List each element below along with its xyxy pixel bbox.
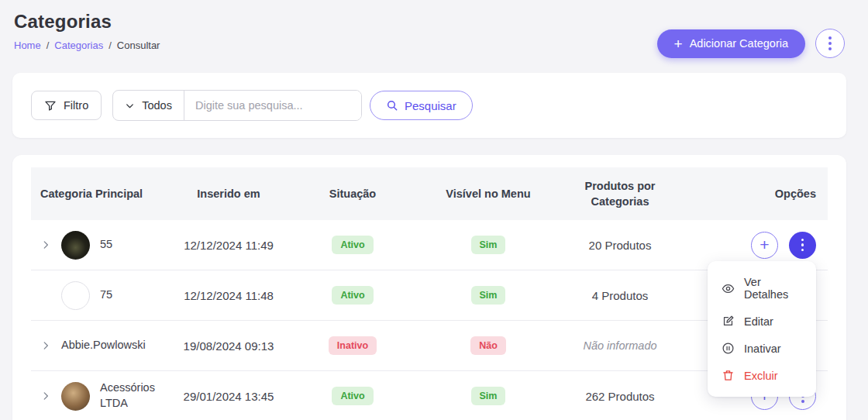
inserted-at: 12/12/2024 11:49 [170,239,287,252]
column-header-visivel-no-menu: Visível no Menu [418,188,558,200]
column-header-produtos-por-categorias: Produtos por Categorias [558,178,682,210]
page-title: Categorias [14,11,160,33]
visible-in-menu-badge: Não [470,336,506,355]
plus-icon: + [674,36,683,51]
products-count: 20 Produtos [558,237,682,253]
breadcrumb-separator: / [46,40,50,51]
column-header-categoria-principal: Categoria Principal [31,188,170,200]
eye-icon [722,282,735,295]
breadcrumb-categorias-link[interactable]: Categorias [54,40,103,51]
breadcrumb-home-link[interactable]: Home [14,40,41,51]
search-scope-dropdown[interactable]: Todos [113,91,184,120]
menu-item-inativar[interactable]: Inativar [708,335,816,362]
visible-in-menu-badge: Sim [471,286,506,305]
products-count: 262 Produtos [558,388,682,405]
page-header: Categorias Home / Categorias / Consultar… [0,0,868,73]
menu-item-label: Ver Detalhes [744,276,802,301]
row-options-menu: Ver Detalhes Editar Inativar Excluir [708,261,816,397]
search-icon [386,99,398,112]
products-count: Não informado [558,338,682,353]
filter-button[interactable]: Filtro [31,91,102,120]
breadcrumb: Home / Categorias / Consultar [14,40,160,51]
trash-icon [722,369,735,382]
search-button-label: Pesquisar [405,99,456,112]
category-avatar [61,382,90,411]
search-scope-label: Todos [142,99,172,112]
filter-bar: Filtro Todos Pesquisar [12,73,846,138]
edit-icon [722,315,735,328]
expand-chevron-icon[interactable] [40,239,51,250]
breadcrumb-current: Consultar [117,40,160,51]
column-header-inserido-em: Inserido em [170,188,287,200]
menu-item-label: Inativar [744,343,781,355]
menu-item-ver-detalhes[interactable]: Ver Detalhes [708,269,816,308]
category-avatar [61,281,90,310]
category-name: 55 [100,237,112,253]
header-actions: + Adicionar Categoria [657,14,845,73]
menu-item-label: Excluir [744,370,778,382]
visible-in-menu-badge: Sim [471,236,506,254]
column-header-situacao: Situação [287,188,418,200]
search-button[interactable]: Pesquisar [370,91,473,120]
add-subcategory-button[interactable]: + [751,232,778,259]
expand-chevron-icon[interactable] [40,391,51,401]
pause-circle-icon [722,342,735,355]
breadcrumb-separator: / [108,40,112,51]
visible-in-menu-badge: Sim [471,387,506,405]
search-input-group: Todos [112,90,362,121]
row-options-button[interactable] [789,232,816,259]
more-vertical-icon [801,239,804,252]
menu-item-label: Editar [744,315,773,328]
column-header-opcoes: Opções [682,188,828,200]
category-name: 75 [100,287,112,303]
chevron-down-icon [125,101,135,111]
menu-item-excluir[interactable]: Excluir [708,362,816,389]
table-row: 55 12/12/2024 11:49 Ativo Sim 20 Produto… [31,220,828,270]
status-badge: Inativo [329,336,377,355]
table-header-row: Categoria Principal Inserido em Situação… [31,167,828,220]
search-input[interactable] [184,91,361,120]
status-badge: Ativo [332,236,373,254]
products-count: 4 Produtos [558,287,682,304]
more-vertical-icon [828,36,832,50]
category-name: Abbie.Powlowski [61,338,146,353]
add-category-label: Adicionar Categoria [690,37,788,50]
status-badge: Ativo [332,387,373,405]
menu-item-editar[interactable]: Editar [708,308,816,335]
category-avatar [61,231,90,260]
category-name: Acessórios LTDA [100,380,170,411]
expand-chevron-icon[interactable] [40,340,51,351]
header-more-options-button[interactable] [815,29,845,58]
funnel-icon [44,99,57,112]
inserted-at: 19/08/2024 09:13 [170,339,287,353]
inserted-at: 12/12/2024 11:48 [170,289,287,302]
inserted-at: 29/01/2024 13:45 [170,390,287,403]
filter-button-label: Filtro [64,99,88,112]
add-category-button[interactable]: + Adicionar Categoria [657,29,805,58]
status-badge: Ativo [332,286,373,305]
